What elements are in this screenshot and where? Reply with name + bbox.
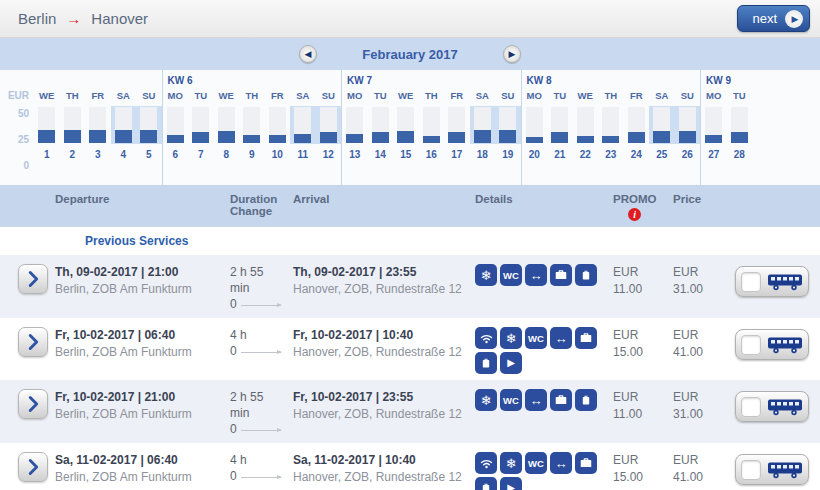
- calendar-day[interactable]: FR 10: [265, 90, 291, 160]
- calendar-day[interactable]: WE 1: [34, 90, 60, 160]
- price-bar: [320, 107, 337, 143]
- select-service-button[interactable]: [735, 329, 809, 360]
- calendar-week: KW 7 MO 13 TU 14 WE 15 TH: [341, 70, 521, 185]
- calendar-day[interactable]: WE 15: [393, 90, 419, 160]
- route-direction-arrow-icon: [241, 352, 281, 353]
- select-service-button[interactable]: [735, 266, 809, 297]
- arrival-datetime: Sa, 11-02-2017 | 10:40: [293, 452, 475, 469]
- expand-row-button[interactable]: [18, 264, 48, 294]
- calendar-day[interactable]: MO 6: [163, 90, 189, 160]
- promo-info-icon[interactable]: i: [628, 208, 641, 221]
- day-number: 25: [656, 144, 667, 160]
- weekday-label: TH: [604, 90, 617, 106]
- price-bar-fill: [167, 135, 184, 143]
- departure-location: Berlin, ZOB Am Funkturm: [55, 281, 230, 298]
- weekday-label: WE: [219, 90, 234, 106]
- calendar-day[interactable]: TH 16: [419, 90, 445, 160]
- weekday-label: TU: [374, 90, 387, 106]
- day-number: 5: [146, 144, 152, 160]
- price-bar: [89, 107, 106, 143]
- calendar-day[interactable]: TU 14: [368, 90, 394, 160]
- day-bar-zone: [136, 106, 162, 144]
- price-amount: 31.00: [673, 406, 735, 423]
- week-number-label: KW 6: [163, 70, 342, 90]
- select-checkbox[interactable]: [741, 272, 761, 292]
- day-bar-zone: [60, 106, 86, 144]
- next-button[interactable]: next ▶: [737, 5, 810, 32]
- calendar-day[interactable]: FR 24: [624, 90, 650, 160]
- calendar-day[interactable]: MO 27: [701, 90, 727, 160]
- day-bar-zone: [393, 106, 419, 144]
- calendar-day[interactable]: WE 8: [214, 90, 240, 160]
- calendar-day[interactable]: FR 3: [85, 90, 111, 160]
- price-bar: [731, 107, 748, 143]
- calendar-day[interactable]: TU 21: [547, 90, 573, 160]
- axis-currency-label: EUR: [8, 90, 29, 101]
- arrival-datetime: Fr, 10-02-2017 | 10:40: [293, 327, 475, 344]
- previous-month-button[interactable]: ◀: [299, 45, 317, 63]
- day-bar-zone: [85, 106, 111, 144]
- hand-luggage-icon: [550, 264, 572, 286]
- service-row: Sa, 11-02-2017 | 06:40 Berlin, ZOB Am Fu…: [0, 443, 820, 490]
- select-checkbox[interactable]: [741, 460, 761, 480]
- calendar-day[interactable]: MO 13: [342, 90, 368, 160]
- results-table-header: Departure Duration Change Arrival Detail…: [0, 185, 820, 227]
- calendar-day[interactable]: SA 11: [290, 90, 316, 160]
- previous-services-link[interactable]: Previous Services: [85, 234, 188, 248]
- day-bar-zone: [675, 106, 701, 144]
- route-direction-arrow-icon: [241, 305, 281, 306]
- top-bar: Berlin → Hanover next ▶: [0, 0, 820, 38]
- departure-location: Berlin, ZOB Am Funkturm: [55, 406, 230, 423]
- price-bar-fill: [89, 130, 106, 143]
- weekday-label: SU: [681, 90, 694, 106]
- calendar-nav: ◀ Febrauary 2017 ▶: [0, 38, 820, 70]
- media-icon: ▶: [500, 477, 522, 490]
- expand-row-button[interactable]: [18, 389, 48, 419]
- calendar-day[interactable]: TH 2: [60, 90, 86, 160]
- day-number: 9: [249, 144, 255, 160]
- day-number: 22: [580, 144, 591, 160]
- calendar-day[interactable]: TH 23: [598, 90, 624, 160]
- expand-row-button[interactable]: [18, 327, 48, 357]
- select-checkbox[interactable]: [741, 397, 761, 417]
- calendar-day[interactable]: SA 4: [111, 90, 137, 160]
- price-calendar: EUR 50 25 0 WE 1 TH 2 FR 3: [0, 70, 820, 185]
- calendar-day[interactable]: WE 22: [573, 90, 599, 160]
- calendar-day[interactable]: SU 12: [316, 90, 342, 160]
- select-service-button[interactable]: [735, 454, 809, 485]
- arrival-location: Hanover, ZOB, Rundestraße 12: [293, 406, 475, 423]
- calendar-day[interactable]: TH 9: [239, 90, 265, 160]
- week-number-label: KW 7: [342, 70, 521, 90]
- calendar-day[interactable]: SA 18: [470, 90, 496, 160]
- price-bar: [269, 107, 286, 143]
- price-bar: [346, 107, 363, 143]
- calendar-day[interactable]: SU 19: [495, 90, 521, 160]
- day-bar-zone: [495, 106, 521, 144]
- weekday-label: MO: [168, 90, 183, 106]
- calendar-day[interactable]: FR 17: [444, 90, 470, 160]
- calendar-day[interactable]: SU 5: [136, 90, 162, 160]
- price-amount: 31.00: [673, 281, 735, 298]
- week-number-label: KW 8: [522, 70, 701, 90]
- calendar-day[interactable]: TU 7: [188, 90, 214, 160]
- calendar-day[interactable]: TU 28: [727, 90, 753, 160]
- price-bar-fill: [38, 130, 55, 143]
- price-bar: [38, 107, 55, 143]
- price-bar-fill: [731, 132, 748, 143]
- bus-icon: [767, 396, 803, 417]
- wc-icon: WC: [500, 264, 522, 286]
- price-bar: [423, 107, 440, 143]
- expand-row-button[interactable]: [18, 452, 48, 482]
- select-checkbox[interactable]: [741, 335, 761, 355]
- day-bar-zone: [547, 106, 573, 144]
- calendar-day[interactable]: SA 25: [649, 90, 675, 160]
- calendar-day[interactable]: MO 20: [522, 90, 548, 160]
- price-bar: [294, 107, 311, 143]
- wifi-icon: [475, 452, 497, 474]
- calendar-day[interactable]: SU 26: [675, 90, 701, 160]
- select-service-button[interactable]: [735, 391, 809, 422]
- next-month-button[interactable]: ▶: [503, 45, 521, 63]
- day-bar-zone: [573, 106, 599, 144]
- day-bar-zone: [290, 106, 316, 144]
- promo-currency: EUR: [613, 452, 673, 469]
